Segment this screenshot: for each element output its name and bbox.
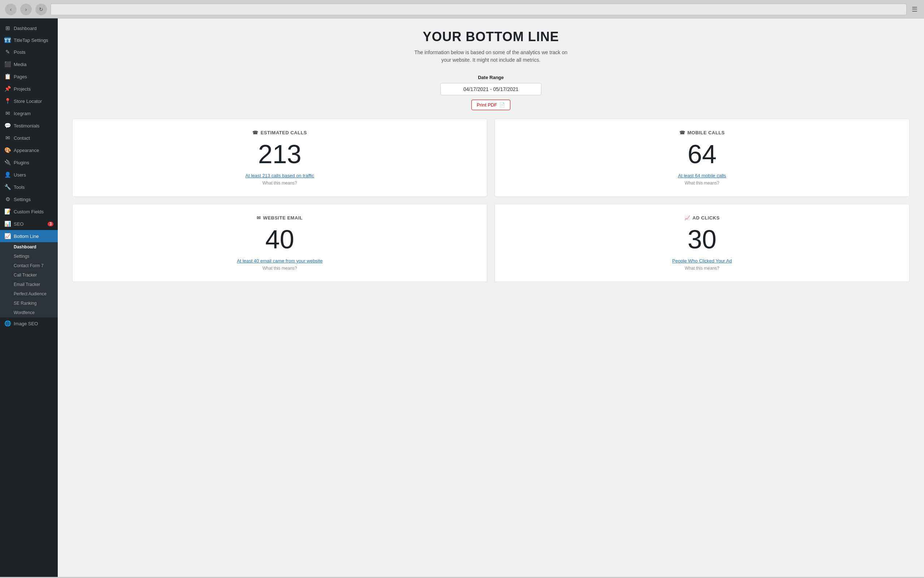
- plugins-icon: 🔌: [4, 159, 11, 166]
- submenu-item-settings[interactable]: Settings: [0, 252, 58, 261]
- date-range-label: Date Range: [72, 75, 909, 80]
- stat-what-ad-clicks: What this means?: [502, 266, 902, 271]
- stat-card-title-mobile-calls: ☎ MOBILE CALLS: [502, 130, 902, 135]
- stat-number-website-email: 40: [80, 226, 480, 252]
- sidebar-item-media[interactable]: ⬛ Media: [0, 58, 58, 70]
- stat-link-ad-clicks[interactable]: People Who Clicked Your Ad: [502, 258, 902, 263]
- stat-link-mobile-calls[interactable]: At least 64 mobile calls: [502, 173, 902, 179]
- settings-icon: ⚙: [4, 196, 11, 203]
- stat-card-estimated-calls: ☎ ESTIMATED CALLS 213 At least 213 calls…: [72, 119, 487, 197]
- submenu-item-contact-form-7[interactable]: Contact Form 7: [0, 261, 58, 270]
- page-header: YOUR BOTTOM LINE The information below i…: [72, 29, 909, 64]
- projects-icon: 📌: [4, 86, 11, 92]
- users-icon: 👤: [4, 172, 11, 178]
- sidebar-item-dashboard[interactable]: ⊞ Dashboard: [0, 22, 58, 34]
- back-button[interactable]: ‹: [5, 3, 16, 15]
- sidebar-item-label: Tools: [14, 185, 53, 190]
- stat-card-website-email: ✉ WEBSITE EMAIL 40 At least 40 email cam…: [72, 204, 487, 282]
- bottom-line-submenu: Dashboard Settings Contact Form 7 Call T…: [0, 242, 58, 317]
- icegram-icon: ✉: [4, 110, 11, 117]
- custom-fields-icon: 📝: [4, 208, 11, 215]
- sidebar-item-label: Custom Fields: [14, 209, 53, 214]
- submenu-item-perfect-audience[interactable]: Perfect Audience: [0, 289, 58, 299]
- sidebar-item-appearance[interactable]: 🎨 Appearance: [0, 144, 58, 156]
- stat-card-title-ad-clicks: 📈 AD CLICKS: [502, 215, 902, 221]
- forward-button[interactable]: ›: [20, 3, 32, 15]
- ad-clicks-icon: 📈: [684, 215, 691, 221]
- stat-what-mobile-calls: What this means?: [502, 180, 902, 185]
- stat-number-estimated-calls: 213: [80, 141, 480, 167]
- stat-what-website-email: What this means?: [80, 266, 480, 271]
- stat-card-title-estimated-calls: ☎ ESTIMATED CALLS: [80, 130, 480, 135]
- sidebar-item-label: TitleTap Settings: [14, 37, 53, 43]
- pages-icon: 📋: [4, 73, 11, 80]
- sidebar-item-label: Settings: [14, 197, 53, 202]
- submenu-item-wordfence[interactable]: Wordfence: [0, 308, 58, 317]
- stat-what-estimated-calls: What this means?: [80, 180, 480, 185]
- subtitle-line1: The information below is based on some o…: [414, 49, 567, 55]
- sidebar-item-label: Store Locator: [14, 99, 53, 104]
- sidebar-item-icegram[interactable]: ✉ Icegram: [0, 107, 58, 120]
- sidebar-item-label: Appearance: [14, 148, 53, 153]
- sidebar-item-plugins[interactable]: 🔌 Plugins: [0, 156, 58, 169]
- page-title: YOUR BOTTOM LINE: [72, 29, 909, 44]
- stat-link-estimated-calls[interactable]: At least 213 calls based on traffic: [80, 173, 480, 179]
- testimonials-icon: 💬: [4, 122, 11, 129]
- media-icon: ⬛: [4, 61, 11, 68]
- contact-icon: ✉: [4, 135, 11, 141]
- browser-chrome: ‹ › ↻ ☰: [0, 0, 924, 18]
- address-bar[interactable]: [50, 3, 907, 15]
- page-subtitle: The information below is based on some o…: [72, 49, 909, 64]
- stat-card-title-website-email: ✉ WEBSITE EMAIL: [80, 215, 480, 221]
- sidebar-item-label: Testimonials: [14, 123, 53, 128]
- stat-number-ad-clicks: 30: [502, 226, 902, 252]
- sidebar-item-image-seo[interactable]: 🌐 Image SEO: [0, 317, 58, 330]
- print-pdf-icon: 📄: [499, 102, 505, 107]
- store-locator-icon: 📍: [4, 98, 11, 104]
- subtitle-line2: your website. It might not include all m…: [441, 57, 541, 63]
- sidebar-item-store-locator[interactable]: 📍 Store Locator: [0, 95, 58, 107]
- sidebar-item-users[interactable]: 👤 Users: [0, 169, 58, 181]
- stat-link-website-email[interactable]: At least 40 email came from your website: [80, 258, 480, 263]
- sidebar-item-bottom-line[interactable]: 📈 Bottom Line: [0, 230, 58, 242]
- main-content: YOUR BOTTOM LINE The information below i…: [58, 18, 924, 577]
- stat-card-ad-clicks: 📈 AD CLICKS 30 People Who Clicked Your A…: [494, 204, 909, 282]
- sidebar-item-posts[interactable]: ✎ Posts: [0, 46, 58, 58]
- sidebar-item-pages[interactable]: 📋 Pages: [0, 70, 58, 83]
- sidebar-item-projects[interactable]: 📌 Projects: [0, 83, 58, 95]
- email-icon: ✉: [257, 215, 261, 221]
- sidebar-item-label: Dashboard: [14, 26, 53, 31]
- sidebar-item-testimonials[interactable]: 💬 Testimonials: [0, 120, 58, 132]
- tools-icon: 🔧: [4, 184, 11, 190]
- submenu-item-call-tracker[interactable]: Call Tracker: [0, 270, 58, 280]
- appearance-icon: 🎨: [4, 147, 11, 153]
- bottom-line-icon: 📈: [4, 233, 11, 239]
- submenu-item-dashboard[interactable]: Dashboard: [0, 242, 58, 252]
- submenu-item-se-ranking[interactable]: SE Ranking: [0, 299, 58, 308]
- print-pdf-label: Print PDF: [477, 102, 497, 107]
- titletap-icon: TT: [4, 37, 11, 43]
- posts-icon: ✎: [4, 49, 11, 55]
- sidebar-item-label: Bottom Line: [14, 234, 53, 239]
- sidebar-item-settings[interactable]: ⚙ Settings: [0, 193, 58, 205]
- sidebar-item-tools[interactable]: 🔧 Tools: [0, 181, 58, 193]
- date-range-section: Date Range Print PDF 📄: [72, 75, 909, 110]
- mobile-icon: ☎: [679, 130, 686, 135]
- submenu-item-email-tracker[interactable]: Email Tracker: [0, 280, 58, 289]
- phone-icon: ☎: [252, 130, 258, 135]
- reload-button[interactable]: ↻: [36, 3, 47, 15]
- sidebar-item-custom-fields[interactable]: 📝 Custom Fields: [0, 205, 58, 218]
- browser-menu-button[interactable]: ☰: [910, 4, 919, 15]
- sidebar-item-label: Media: [14, 62, 53, 67]
- sidebar-item-label: Users: [14, 172, 53, 178]
- sidebar-item-titletap-settings[interactable]: TT TitleTap Settings: [0, 34, 58, 46]
- app-wrapper: ⊞ Dashboard TT TitleTap Settings ✎ Posts…: [0, 18, 924, 577]
- sidebar-item-contact[interactable]: ✉ Contact: [0, 132, 58, 144]
- stat-number-mobile-calls: 64: [502, 141, 902, 167]
- date-range-input[interactable]: [440, 83, 541, 95]
- sidebar-item-label: Contact: [14, 135, 53, 141]
- print-pdf-button[interactable]: Print PDF 📄: [472, 100, 511, 110]
- sidebar-item-label: Projects: [14, 86, 53, 92]
- sidebar-item-seo[interactable]: 📊 SEO 3: [0, 218, 58, 230]
- seo-badge: 3: [48, 222, 53, 226]
